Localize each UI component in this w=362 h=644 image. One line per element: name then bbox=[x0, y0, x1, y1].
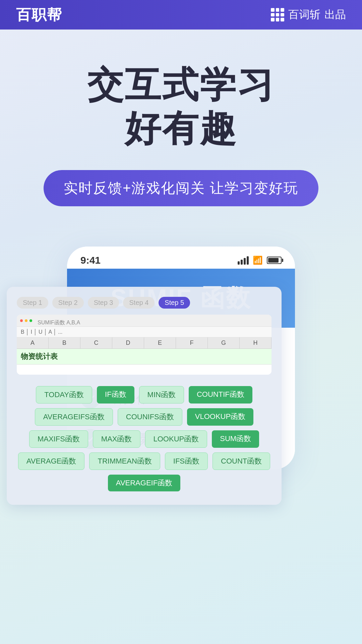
phone-icons: 📶 bbox=[238, 256, 282, 265]
col-header-f: F bbox=[176, 337, 208, 348]
brand-area: 百词斩 出品 bbox=[271, 7, 346, 22]
brand-suffix: 出品 bbox=[324, 7, 346, 22]
brand-name: 百词斩 bbox=[288, 7, 320, 22]
func-tag-3[interactable]: COUNTIF函数 bbox=[189, 386, 252, 404]
func-tag-5[interactable]: COUNIFS函数 bbox=[118, 408, 182, 426]
step-indicator-2: Step 2 bbox=[52, 297, 84, 309]
mini-excel: SUMIF函数 A,B,A B │ I │ U │ A │ ... A B C … bbox=[17, 315, 272, 375]
excel-grid-header: A B C D E F G H bbox=[17, 337, 272, 349]
excel-sheet-label-row: 物资统计表 bbox=[17, 349, 272, 365]
func-tag-2[interactable]: MIN函数 bbox=[139, 386, 184, 404]
func-tag-15[interactable]: AVERAGEIF函数 bbox=[108, 475, 180, 491]
overlay-card: Step 1Step 2Step 3Step 4Step 5 SUMIF函数 A… bbox=[7, 287, 282, 505]
func-tag-1[interactable]: IF函数 bbox=[97, 386, 134, 404]
hero-title-line1: 交互式学习 bbox=[27, 63, 335, 107]
col-header-d: D bbox=[112, 337, 144, 348]
col-header-c: C bbox=[80, 337, 112, 348]
func-tag-11[interactable]: AVERAGE函数 bbox=[18, 452, 85, 470]
brand-grid-icon bbox=[271, 8, 284, 21]
func-tag-12[interactable]: TRIMMEAN函数 bbox=[89, 452, 160, 470]
mockup-area: 9:41 📶 SUMIF 函数 bbox=[20, 247, 342, 469]
func-tag-7[interactable]: MAXIFS函数 bbox=[29, 430, 88, 448]
excel-toolbar-content: B │ I │ U │ A │ ... bbox=[17, 327, 272, 337]
func-tags-cloud: TODAY函数IF函数MIN函数COUNTIF函数AVERAGEIFS函数COU… bbox=[17, 383, 272, 495]
hero-title: 交互式学习 好有趣 bbox=[27, 63, 335, 150]
excel-toolbar: SUMIF函数 A,B,A bbox=[17, 315, 272, 327]
excel-sheet-label: 物资统计表 bbox=[21, 352, 58, 362]
hero-section: 交互式学习 好有趣 实时反馈+游戏化闯关 让学习变好玩 bbox=[0, 30, 362, 226]
step-indicator-4: Step 4 bbox=[123, 297, 155, 309]
wifi-icon: 📶 bbox=[253, 256, 263, 265]
signal-icon bbox=[238, 256, 249, 265]
func-tag-8[interactable]: MAX函数 bbox=[93, 430, 140, 448]
func-tag-6[interactable]: VLOOKUP函数 bbox=[187, 408, 253, 426]
step-indicator-1: Step 1 bbox=[17, 297, 48, 309]
func-tag-14[interactable]: COUNT函数 bbox=[213, 452, 270, 470]
col-header-g: G bbox=[208, 337, 240, 348]
func-tag-0[interactable]: TODAY函数 bbox=[36, 386, 92, 404]
app-logo: 百职帮 bbox=[16, 5, 62, 25]
func-tag-9[interactable]: LOOKUP函数 bbox=[145, 430, 207, 448]
col-header-a: A bbox=[17, 337, 49, 348]
func-tag-10[interactable]: SUM函数 bbox=[212, 430, 259, 448]
col-header-b: B bbox=[49, 337, 80, 348]
col-header-h: H bbox=[240, 337, 272, 348]
status-bar: 9:41 📶 bbox=[67, 247, 295, 269]
hero-badge: 实时反馈+游戏化闯关 让学习变好玩 bbox=[44, 170, 318, 206]
func-tag-4[interactable]: AVERAGEIFS函数 bbox=[35, 408, 113, 426]
app-header: 百职帮 百词斩 出品 bbox=[0, 0, 362, 30]
battery-icon bbox=[267, 257, 282, 264]
col-header-e: E bbox=[144, 337, 176, 348]
func-tag-13[interactable]: IFS函数 bbox=[165, 452, 208, 470]
step-indicator-5: Step 5 bbox=[159, 297, 190, 309]
step-indicators: Step 1Step 2Step 3Step 4Step 5 bbox=[17, 297, 272, 309]
phone-time: 9:41 bbox=[80, 255, 101, 266]
step-indicator-3: Step 3 bbox=[88, 297, 119, 309]
hero-title-line2: 好有趣 bbox=[27, 107, 335, 150]
